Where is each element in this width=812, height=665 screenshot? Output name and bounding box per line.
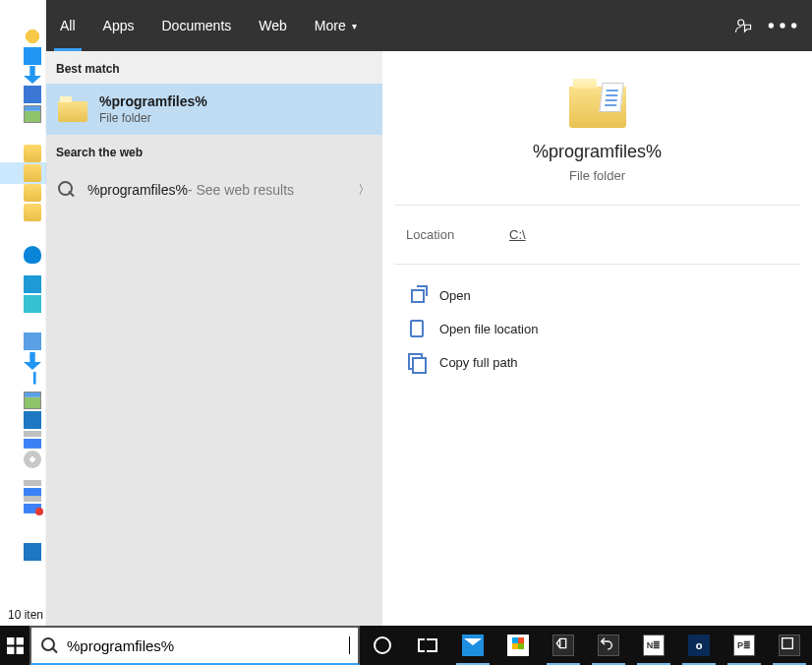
open-icon [408,286,426,304]
taskbar-app-mail[interactable] [450,626,495,665]
this-pc-icon[interactable] [24,275,41,293]
svg-point-1 [769,23,774,28]
options-icon[interactable] [763,0,802,51]
tab-documents[interactable]: Documents [147,0,245,51]
svg-rect-8 [783,638,793,649]
taskbar-search-box[interactable] [29,626,360,665]
location-label: Location [406,227,509,242]
taskbar-app-office[interactable]: P≣ [722,626,767,665]
action-label: Open file location [439,322,538,336]
tab-web[interactable]: Web [245,0,301,51]
start-button[interactable] [0,626,29,665]
taskbar-app-generic[interactable] [586,626,631,665]
chevron-right-icon: 〉 [358,181,371,199]
explorer-navpane-fragment [0,0,46,626]
cortana-icon [374,636,391,654]
tab-more[interactable]: More ▾ [301,0,371,51]
result-title: %programfiles% [99,93,207,109]
web-suffix-text: - See web results [188,182,294,198]
text-caret [349,636,350,654]
downloads-icon[interactable] [24,66,41,84]
downloads-icon[interactable] [24,352,41,370]
search-icon [58,181,76,199]
copy-icon [408,353,426,371]
result-best-match[interactable]: %programfiles% File folder [46,84,382,135]
office-app-icon: N≣ [643,635,665,656]
pinned-folder-icon[interactable] [24,184,41,202]
tab-more-label: More [315,18,346,33]
svg-point-0 [738,20,744,26]
search-preview-pane: %programfiles% File folder Location C:\ … [382,51,812,626]
outlook-icon: o [688,635,710,656]
task-view-button[interactable] [405,626,450,665]
app-icon [779,635,800,656]
folder-icon [569,79,626,128]
svg-rect-7 [16,646,23,653]
taskbar-app-store[interactable] [495,626,541,665]
videos-icon[interactable] [24,411,41,429]
action-copy-path[interactable]: Copy full path [400,347,794,377]
start-search-flyout: All Apps Documents Web More ▾ Best match [46,0,812,626]
documents-icon[interactable] [24,86,41,103]
location-link[interactable]: C:\ [509,227,526,242]
taskbar-app-office[interactable]: N≣ [631,626,676,665]
onedrive-icon[interactable] [24,246,41,264]
svg-rect-5 [16,637,23,644]
preview-title: %programfiles% [533,142,662,162]
documents-icon[interactable] [24,332,41,350]
office-app-icon: P≣ [733,635,755,656]
cortana-button[interactable] [360,626,405,665]
tab-apps[interactable]: Apps [89,0,148,51]
desktop-icon[interactable] [24,47,41,65]
store-icon [507,635,529,656]
app-icon [552,635,574,656]
action-open-location[interactable]: Open file location [400,314,794,343]
dvd-drive-icon[interactable] [24,451,41,468]
action-label: Copy full path [439,355,518,370]
folder-icon [58,96,87,122]
tab-all[interactable]: All [46,0,89,51]
svg-point-2 [780,23,784,28]
result-type: File folder [99,111,207,125]
quick-access-icon[interactable] [24,28,41,45]
svg-rect-6 [7,646,14,653]
svg-point-3 [791,23,796,28]
pinned-folder-icon[interactable] [24,204,41,221]
mail-icon [462,635,484,656]
chevron-down-icon: ▾ [352,21,357,31]
pinned-folder-icon[interactable] [24,164,41,182]
search-icon [41,637,57,653]
web-query-text: %programfiles% [87,182,188,198]
undo-icon [598,635,619,656]
3d-objects-icon[interactable] [24,295,41,313]
action-label: Open [439,288,471,303]
section-best-match: Best match [46,51,382,84]
network-icon[interactable] [24,543,41,561]
music-icon[interactable] [24,372,41,390]
feedback-icon[interactable] [724,0,763,51]
search-scope-tabs: All Apps Documents Web More ▾ [46,0,812,51]
pinned-folder-icon[interactable] [24,145,41,162]
taskbar-app-generic[interactable] [767,626,812,665]
taskbar-app-outlook[interactable]: o [676,626,722,665]
statusbar-item-count: 10 iten [8,608,43,622]
open-location-icon [408,320,426,337]
action-open[interactable]: Open [400,280,794,310]
taskbar-app-generic[interactable] [541,626,586,665]
search-results-list: Best match %programfiles% File folder Se… [46,51,382,626]
svg-rect-4 [7,637,14,644]
result-web-search[interactable]: %programfiles% - See web results 〉 [46,167,382,212]
taskbar-search-input[interactable] [67,637,349,654]
task-view-icon [418,638,437,652]
disconnected-drive-icon[interactable] [24,496,41,514]
preview-type: File folder [569,168,625,183]
pictures-icon[interactable] [24,392,41,409]
taskbar: N≣ o P≣ [0,626,812,665]
pictures-icon[interactable] [24,105,41,123]
section-search-web: Search the web [46,135,382,167]
local-disk-icon[interactable] [24,431,41,449]
